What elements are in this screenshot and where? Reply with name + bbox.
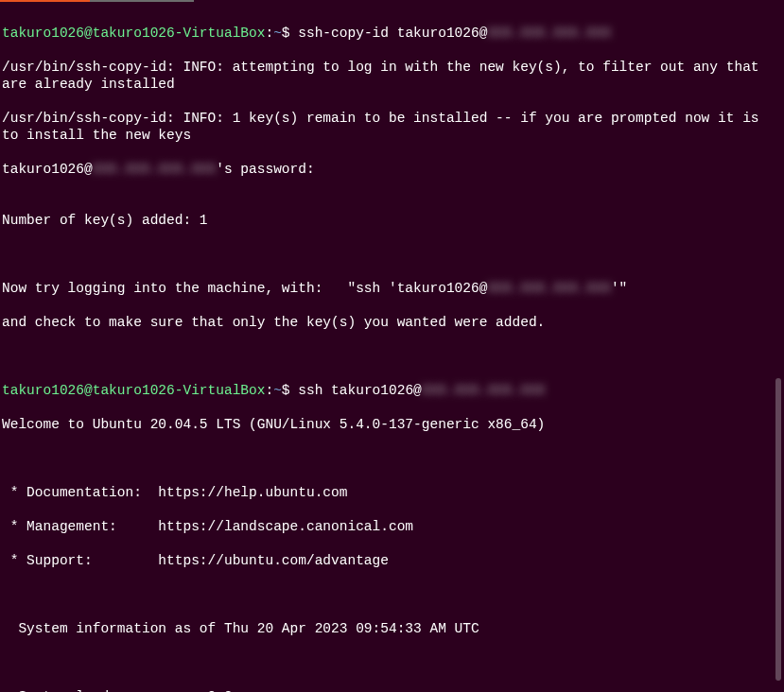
scrollbar-thumb[interactable] <box>775 378 781 681</box>
prompt-user-host: takuro1026@takuro1026-VirtualBox <box>2 383 265 398</box>
link-line: * Support: https://ubuntu.com/advantage <box>2 552 768 569</box>
welcome-line: Welcome to Ubuntu 20.04.5 LTS (GNU/Linux… <box>2 416 768 433</box>
redacted-ip: XXX.XXX.XXX.XXX <box>487 280 611 297</box>
output-line: /usr/bin/ssh-copy-id: INFO: attempting t… <box>2 59 768 93</box>
prompt-path: ~ <box>273 26 282 41</box>
tab-indicator-active <box>0 0 90 2</box>
prompt-path: ~ <box>273 383 282 398</box>
blank-line <box>2 348 768 365</box>
redacted-ip: XXX.XXX.XXX.XXX <box>487 25 611 42</box>
blank-line <box>2 450 768 467</box>
blank-line <box>2 654 768 671</box>
prompt-line-2: takuro1026@takuro1026-VirtualBox:~$ ssh … <box>2 382 768 399</box>
terminal-output[interactable]: takuro1026@takuro1026-VirtualBox:~$ ssh-… <box>0 0 770 692</box>
link-line: * Management: https://landscape.canonica… <box>2 518 768 535</box>
redacted-ip: XXX.XXX.XXX.XXX <box>422 382 546 399</box>
prompt-line-1: takuro1026@takuro1026-VirtualBox:~$ ssh-… <box>2 25 768 42</box>
blank-line <box>2 586 768 603</box>
sysinfo-line: System load: 0.0 <box>2 688 768 692</box>
keys-added: Number of key(s) added: 1 <box>2 212 768 229</box>
link-line: * Documentation: https://help.ubuntu.com <box>2 484 768 501</box>
output-line: /usr/bin/ssh-copy-id: INFO: 1 key(s) rem… <box>2 110 768 144</box>
tab-indicator-inactive <box>90 0 194 2</box>
check-line: and check to make sure that only the key… <box>2 314 768 331</box>
prompt-user-host: takuro1026@takuro1026-VirtualBox <box>2 26 265 41</box>
sysinfo-header: System information as of Thu 20 Apr 2023… <box>2 620 768 637</box>
password-prompt: takuro1026@XXX.XXX.XXX.XXX's password: <box>2 161 768 178</box>
blank-line <box>2 246 768 263</box>
redacted-ip: XXX.XXX.XXX.XXX <box>93 161 217 178</box>
command-text: ssh takuro1026@ <box>298 383 422 398</box>
try-login-line: Now try logging into the machine, with: … <box>2 280 768 297</box>
command-text: ssh-copy-id takuro1026@ <box>298 26 487 41</box>
